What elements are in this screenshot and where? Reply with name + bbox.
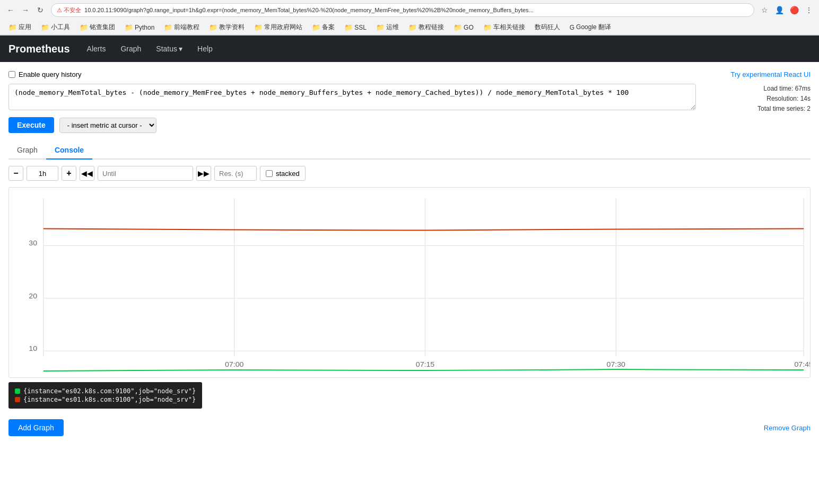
next-time-button[interactable]: ▶▶ — [196, 166, 211, 181]
tab-graph[interactable]: Graph — [8, 142, 46, 160]
decrease-range-button[interactable]: − — [8, 166, 23, 181]
resolution-stat: Resolution: 14s — [704, 94, 811, 104]
bookmark-beian[interactable]: 📁 备案 — [308, 22, 339, 33]
bookmark-ssl[interactable]: 📁 SSL — [340, 22, 371, 32]
bookmark-gov[interactable]: 📁 常用政府网站 — [250, 22, 307, 33]
address-bar[interactable]: ⚠ 不安全 10.0.20.11:9090/graph?g0.range_inp… — [51, 3, 754, 17]
nav-graph[interactable]: Graph — [114, 40, 147, 57]
nav-alerts[interactable]: Alerts — [81, 40, 112, 57]
bookmark-label: 前端教程 — [174, 23, 199, 32]
until-input[interactable] — [98, 166, 193, 181]
increase-range-button[interactable]: + — [62, 166, 76, 181]
bookmark-label: SSL — [354, 24, 367, 31]
bottom-actions: Add Graph Remove Graph — [8, 419, 811, 436]
svg-text:07:30: 07:30 — [607, 361, 625, 368]
legend-color-0 — [15, 388, 20, 394]
bookmark-car[interactable]: 📁 车相关链接 — [479, 22, 529, 33]
bookmark-teaching[interactable]: 📁 教学资料 — [205, 22, 249, 33]
query-row: (node_memory_MemTotal_bytes - (node_memo… — [8, 84, 811, 142]
bookmark-label: 运维 — [386, 23, 399, 32]
svg-text:30: 30 — [29, 240, 37, 247]
enable-history-row: Enable query history — [8, 70, 82, 78]
bookmark-label: 备案 — [322, 23, 335, 32]
bookmark-google-translate[interactable]: G Google 翻译 — [565, 22, 615, 33]
graph-controls: − + ◀◀ ▶▶ stacked — [8, 166, 811, 181]
svg-text:10: 10 — [29, 345, 37, 352]
bookmark-tools[interactable]: 📁 小工具 — [37, 22, 74, 33]
more-icon[interactable]: ⋮ — [803, 4, 815, 16]
stacked-label: stacked — [276, 170, 300, 178]
total-series-stat: Total time series: 2 — [704, 104, 811, 114]
dropdown-arrow-icon: ▾ — [179, 45, 182, 53]
stacked-checkbox[interactable] — [266, 170, 273, 177]
folder-icon: 📁 — [344, 23, 353, 31]
stacked-button[interactable]: stacked — [260, 166, 306, 181]
enable-history-checkbox[interactable] — [8, 71, 15, 78]
security-warning: ⚠ 不安全 — [57, 6, 81, 14]
remove-graph-link[interactable]: Remove Graph — [764, 424, 811, 432]
query-controls: Execute - insert metric at cursor - — [8, 117, 696, 133]
legend-label-1: {instance="es01.k8s.com:9100",job="node_… — [23, 396, 196, 403]
bookmark-label: 小工具 — [51, 23, 70, 32]
bookmark-label: Python — [135, 24, 154, 31]
graph-tabs: Graph Console — [8, 142, 811, 160]
legend-label-0: {instance="es02.k8s.com:9100",job="node_… — [23, 387, 196, 395]
enable-history-label: Enable query history — [19, 70, 82, 78]
folder-icon: 📁 — [483, 23, 492, 31]
url-bar-row: ← → ↻ ⚠ 不安全 10.0.20.11:9090/graph?g0.ran… — [0, 0, 819, 20]
stats-content: Load time: 67ms Resolution: 14s Total ti… — [704, 84, 811, 114]
nav-links: Alerts Graph Status ▾ Help — [81, 40, 219, 57]
bookmark-mingcha[interactable]: 📁 铭查集团 — [75, 22, 119, 33]
resolution-input[interactable] — [214, 166, 257, 181]
bookmark-star-icon[interactable]: ☆ — [759, 4, 770, 16]
bookmark-frontend[interactable]: 📁 前端教程 — [160, 22, 204, 33]
app-navigation: Prometheus Alerts Graph Status ▾ Help — [0, 36, 819, 62]
bookmark-shuma[interactable]: 数码狂人 — [530, 22, 564, 33]
main-content: Enable query history Try experimental Re… — [0, 62, 819, 486]
svg-text:20: 20 — [29, 293, 37, 300]
react-ui-link[interactable]: Try experimental React UI — [730, 70, 811, 78]
load-time-stat: Load time: 67ms — [704, 84, 811, 94]
legend-item-0: {instance="es02.k8s.com:9100",job="node_… — [15, 387, 196, 395]
execute-button[interactable]: Execute — [8, 117, 54, 133]
prev-time-button[interactable]: ◀◀ — [80, 166, 94, 181]
stats-panel: Load time: 67ms Resolution: 14s Total ti… — [704, 84, 811, 142]
folder-icon: 📁 — [41, 23, 49, 31]
legend-color-1 — [15, 397, 20, 402]
query-expression-input[interactable]: (node_memory_MemTotal_bytes - (node_memo… — [8, 84, 696, 110]
query-main: (node_memory_MemTotal_bytes - (node_memo… — [8, 84, 696, 142]
folder-icon: 📁 — [254, 23, 263, 31]
bookmark-label: 教程链接 — [419, 23, 444, 32]
bookmark-go[interactable]: 📁 GO — [449, 22, 478, 32]
extension-icon[interactable]: 🔴 — [788, 4, 800, 16]
refresh-button[interactable]: ↻ — [34, 4, 47, 16]
nav-help[interactable]: Help — [191, 40, 219, 57]
bookmark-label: Google 翻译 — [576, 23, 611, 32]
folder-icon: 📁 — [8, 23, 17, 31]
bookmark-apps[interactable]: 📁 应用 — [4, 22, 36, 33]
folder-icon: 📁 — [125, 23, 133, 31]
range-input[interactable] — [27, 166, 58, 181]
add-graph-button[interactable]: Add Graph — [8, 419, 64, 436]
url-text: 10.0.20.11:9090/graph?g0.range_input=1h&… — [84, 7, 748, 13]
folder-icon: 📁 — [164, 23, 172, 31]
svg-text:07:45: 07:45 — [795, 361, 810, 368]
profile-icon[interactable]: 👤 — [773, 4, 785, 16]
google-translate-icon: G — [570, 24, 574, 31]
chart-container: 10 20 30 07:00 07:15 07:30 07:45 — [8, 187, 811, 378]
nav-status[interactable]: Status ▾ — [150, 40, 189, 57]
bookmark-ops[interactable]: 📁 运维 — [372, 22, 403, 33]
metric-selector[interactable]: - insert metric at cursor - — [59, 118, 156, 133]
toolbar-icons: ☆ 👤 🔴 ⋮ — [759, 4, 815, 16]
forward-button[interactable]: → — [19, 4, 32, 16]
legend-item-1: {instance="es01.k8s.com:9100",job="node_… — [15, 396, 196, 403]
bookmark-tutorials[interactable]: 📁 教程链接 — [404, 22, 448, 33]
app-brand: Prometheus — [8, 43, 70, 55]
back-button[interactable]: ← — [4, 4, 17, 16]
tab-console[interactable]: Console — [46, 142, 92, 160]
nav-buttons: ← → ↻ — [4, 4, 47, 16]
chart-svg: 10 20 30 07:00 07:15 07:30 07:45 — [9, 188, 810, 377]
svg-text:07:15: 07:15 — [416, 361, 434, 368]
folder-icon: 📁 — [376, 23, 385, 31]
bookmark-python[interactable]: 📁 Python — [120, 22, 159, 32]
